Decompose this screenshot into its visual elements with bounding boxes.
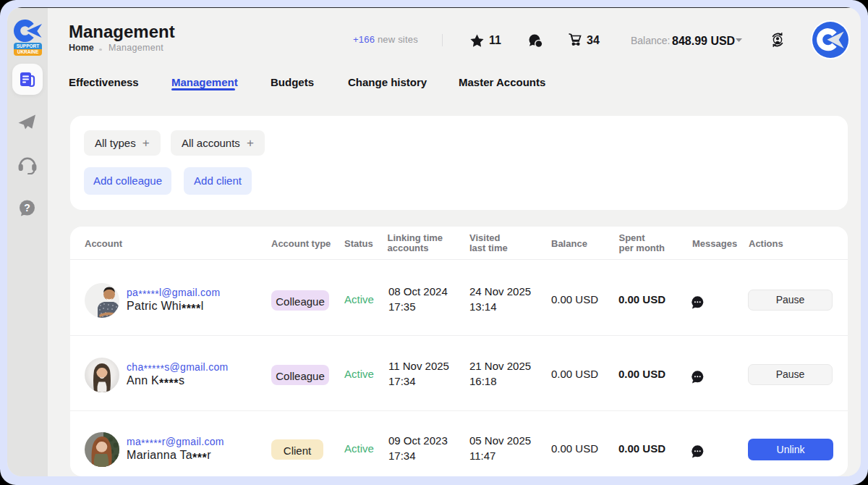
svg-text:?: ?	[24, 202, 30, 214]
